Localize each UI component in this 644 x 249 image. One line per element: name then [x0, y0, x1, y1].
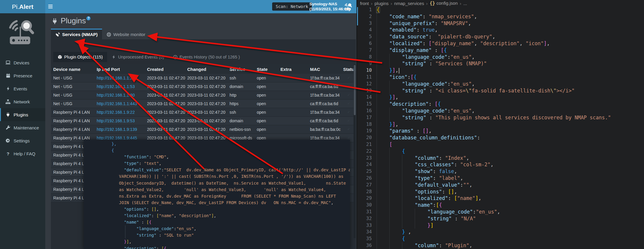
ip-port-link[interactable]: http://192.168.1.9:139 [97, 127, 137, 132]
line-content: "data_source": "pialert-db-query", [377, 33, 495, 40]
line-number: 22 [357, 148, 377, 155]
router-search-icon [344, 2, 353, 11]
sidebar-item-events[interactable]: Events [0, 82, 45, 95]
editor-line: 15"description": [{ [357, 101, 644, 108]
ip-port-link[interactable]: http://192.168.1.1:22 [97, 76, 135, 80]
wrench-icon [5, 125, 11, 130]
column-header-service: Service [230, 67, 257, 72]
line-number: 2 [357, 13, 377, 20]
table-row: Net - USGhttp://192.168.1.1:222023-03-11… [51, 74, 354, 82]
editor-line: 27"default_value":"", [357, 182, 644, 188]
cell-mac: ca:ff:ff:ca:ba:6d [310, 101, 343, 106]
plugin-config-code-popup: },{"function": "CMD","type": "text","def… [84, 140, 350, 249]
ip-port-link[interactable]: http://192.168.1.1:80 [97, 93, 135, 97]
editor-line: 34} , [357, 229, 644, 235]
line-number: 15 [357, 101, 377, 108]
sitemap-icon [5, 99, 11, 104]
line-number: 25 [357, 168, 377, 175]
table-row: Raspberry Pi 4 LANhttp://192.168.1.9:139… [51, 125, 354, 134]
cell-state: open [257, 101, 280, 106]
line-content: "default_value":"", [377, 182, 472, 188]
code-line: JOIN (SELECT dev_Name, dev_MAC, dev_Last… [112, 199, 348, 206]
sidebar-item-label: Network [14, 99, 30, 104]
sidebar-item-plugins[interactable]: Plugins [0, 108, 45, 121]
table-row: Net - USGhttp://192.168.1.1:802023-03-11… [51, 91, 354, 100]
sidebar-item-presence[interactable]: Presence [0, 69, 45, 82]
sidebar-item-label: Maintenance [14, 125, 39, 130]
cell-created: 2023-03-11 02:47:20 [147, 76, 187, 80]
sidebar-item-devices[interactable]: Devices [0, 56, 45, 69]
cell-status [343, 84, 354, 89]
brand-logo[interactable]: Pi.Alert [0, 0, 45, 13]
tab-services-nmap[interactable]: Services (NMAP) [51, 29, 102, 39]
column-header-extra: Extra [280, 67, 310, 72]
cell-state: open [257, 118, 280, 123]
editor-line: 2"code_name": "nmap_services", [357, 13, 644, 20]
line-number: 28 [357, 188, 377, 195]
editor-line: 36"column": "Plugin", [357, 242, 644, 249]
code-line: { [112, 147, 348, 154]
breadcrumb-item-[interactable]: ... [463, 1, 467, 6]
cell-created: 2023-03-11 02:47:20 [147, 127, 187, 132]
sidebar-item-maintenance[interactable]: Maintenance [0, 121, 45, 134]
line-number: 36 [357, 242, 377, 249]
brand-prefix: Pi. [12, 3, 19, 10]
line-content: }], [377, 94, 398, 101]
code-line: "description": [{ [112, 245, 348, 249]
ip-port-link[interactable]: http://192.168.1.1:443 [97, 101, 137, 106]
line-content: { [377, 6, 380, 13]
cell-mac: ba:ba:ff:ca:ba:0c [310, 127, 343, 132]
vscode-editor[interactable]: front›plugins›nmap_services›{}config.jso… [356, 0, 644, 249]
code-line: "function": "CMD", [112, 154, 348, 160]
line-content: }] [377, 222, 434, 229]
cell-service: http [230, 93, 257, 97]
line-content: "name":[{ [377, 202, 442, 209]
ip-port-link[interactable]: http://192.168.1.9:22 [97, 110, 135, 115]
breadcrumb-item-nmap-services[interactable]: nmap_services [394, 1, 424, 6]
line-number: 9 [357, 60, 377, 67]
subtab-events-history-50-out-of-1265[interactable]: Events History (50 out of 1265 ) [169, 52, 244, 62]
scrollbar-thumb[interactable] [354, 65, 356, 115]
line-content: "css_classes": "col-sm-2", [377, 161, 493, 168]
cell-ip-port: http://192.168.1.1:22 [97, 76, 147, 80]
menu-icon[interactable] [48, 4, 55, 10]
cube-icon [58, 55, 62, 59]
line-number: 11 [357, 74, 377, 81]
cell-service: netbios-ssn [230, 127, 257, 132]
code-line: as Watched_Value2, 'null' as Watched_Val… [112, 186, 348, 193]
editor-line: 8"language_code":"en_us", [357, 54, 644, 61]
sidebar-item-settings[interactable]: Settings [0, 134, 45, 147]
plugin-tabs: Services (NMAP)Website monitor [51, 29, 150, 39]
line-content: "localized": ["name"], [377, 195, 481, 202]
line-number: 20 [357, 134, 377, 141]
line-number: 35 [357, 235, 377, 242]
sidebar-item-network[interactable]: Network [0, 95, 45, 108]
ip-port-link[interactable]: http://192.168.1.9:53 [97, 118, 135, 123]
ip-port-link[interactable]: http://192.168.1.1:53 [97, 84, 135, 89]
breadcrumb-item-plugins[interactable]: plugins [375, 1, 389, 6]
help-badge[interactable]: ? [86, 16, 91, 20]
cell-ip-port: http://192.168.1.9:22 [97, 110, 147, 115]
tab-website-monitor[interactable]: Website monitor [102, 29, 150, 39]
tab-label: Services (NMAP) [62, 32, 98, 37]
breadcrumb-item-front[interactable]: front [360, 1, 369, 6]
chevron-right-icon: › [426, 1, 427, 6]
editor-line: 16"language_code":"en_us", [357, 108, 644, 114]
question-icon: ? [5, 151, 11, 156]
table-scrollbar[interactable] [354, 64, 356, 238]
editor-line: 12"language_code":"en_us", [357, 81, 644, 87]
breadcrumb-item-config-json[interactable]: {}config.json [430, 1, 458, 6]
line-number: 16 [357, 108, 377, 114]
line-number: 23 [357, 155, 377, 162]
sidebar-item-help-faq[interactable]: ?Help / FAQ [0, 147, 45, 160]
cell-status [343, 101, 354, 106]
cell-device-name: Net - USG [53, 101, 97, 106]
editor-line: 18}], [357, 121, 644, 128]
subtab-unprocessed-events-0[interactable]: Unprocessed Events (0) [107, 52, 169, 62]
line-content: "language_code":"en_us", [377, 209, 500, 215]
subtab-plugin-objects-115[interactable]: Plugin Objects (115) [53, 52, 107, 62]
editor-line: 19"params" : [], [357, 128, 644, 134]
cell-status [343, 93, 354, 97]
code-line: "localized": ["name", "description"], [112, 212, 348, 219]
line-content: "language_code":"en_us", [377, 108, 475, 114]
